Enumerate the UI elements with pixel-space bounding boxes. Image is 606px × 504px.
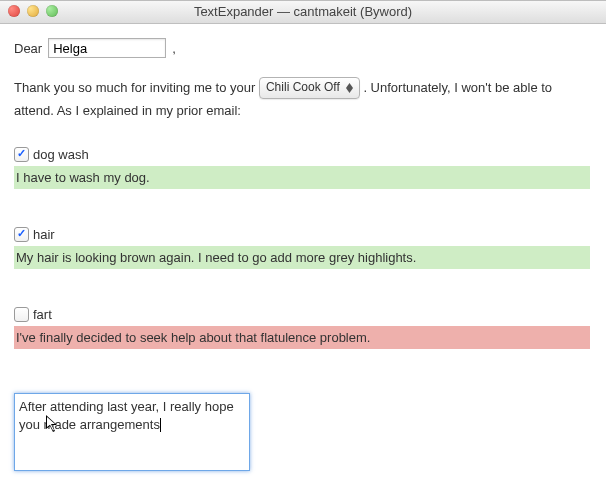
event-select[interactable]: Chili Cook Off xyxy=(259,77,360,99)
intro-text: Thank you so much for inviting me to you… xyxy=(14,76,592,121)
intro-before: Thank you so much for inviting me to you… xyxy=(14,80,259,95)
checkbox-dog-wash[interactable] xyxy=(14,147,29,162)
expansion-dog-wash: I have to wash my dog. xyxy=(14,166,590,189)
option-label: dog wash xyxy=(33,147,89,162)
form-content: Dear , Thank you so much for inviting me… xyxy=(0,24,606,504)
greeting-suffix: , xyxy=(172,41,176,56)
option-label: fart xyxy=(33,307,52,322)
updown-icon xyxy=(346,83,353,93)
greeting-prefix: Dear xyxy=(14,41,42,56)
close-icon[interactable] xyxy=(8,5,20,17)
recipient-name-input[interactable] xyxy=(48,38,166,58)
checkbox-fart[interactable] xyxy=(14,307,29,322)
option-label: hair xyxy=(33,227,55,242)
signoff: xoxo, David xyxy=(14,499,592,504)
minimize-icon[interactable] xyxy=(27,5,39,17)
greeting-row: Dear , xyxy=(14,38,592,58)
expansion-fart: I've finally decided to seek help about … xyxy=(14,326,590,349)
expansion-hair: My hair is looking brown again. I need t… xyxy=(14,246,590,269)
closing-text: xoxo, xyxy=(14,499,592,504)
zoom-icon[interactable] xyxy=(46,5,58,17)
svg-marker-3 xyxy=(47,417,55,431)
event-select-value: Chili Cook Off xyxy=(266,77,340,97)
window-controls xyxy=(8,5,58,17)
option-row-hair: hair xyxy=(14,227,592,242)
checkbox-hair[interactable] xyxy=(14,227,29,242)
freeform-textarea[interactable]: After attending last year, I really hope… xyxy=(14,393,250,471)
option-row-fart: fart xyxy=(14,307,592,322)
option-row-dog-wash: dog wash xyxy=(14,147,592,162)
text-expander-window: TextExpander — cantmakeit (Byword) Dear … xyxy=(0,0,606,504)
window-title: TextExpander — cantmakeit (Byword) xyxy=(194,4,412,19)
svg-marker-1 xyxy=(346,88,353,93)
titlebar: TextExpander — cantmakeit (Byword) xyxy=(0,1,606,24)
text-caret xyxy=(160,418,161,432)
